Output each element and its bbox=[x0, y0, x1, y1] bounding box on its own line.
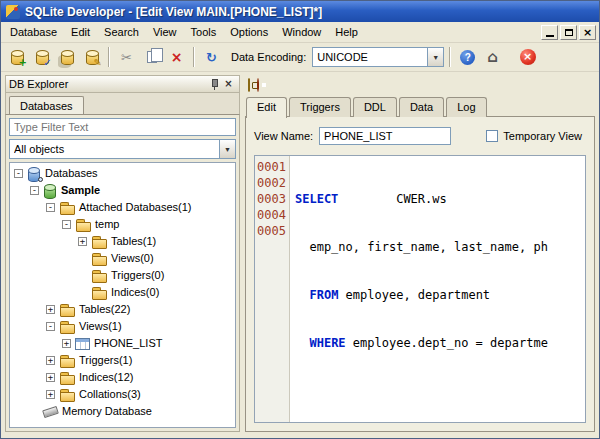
tree-item-tables[interactable]: + Tables(22) bbox=[10, 301, 235, 318]
db-explorer-title: DB Explorer bbox=[9, 78, 206, 90]
tree-item-temp-triggers[interactable]: Triggers(0) bbox=[10, 267, 235, 284]
temporary-view-label: Temporary View bbox=[503, 130, 582, 142]
help-button[interactable]: ? bbox=[456, 46, 479, 69]
tab-data[interactable]: Data bbox=[399, 97, 444, 117]
db-explorer-panel: DB Explorer × Databases All objects ▼ - … bbox=[5, 75, 240, 432]
edit-database-button[interactable]: ✎ bbox=[80, 46, 103, 69]
folder-icon bbox=[75, 218, 91, 231]
tree-item-temp-tables[interactable]: + Tables(1) bbox=[10, 233, 235, 250]
view-name-input[interactable] bbox=[319, 127, 451, 145]
title-bar: SQLite Developer - [Edit View MAIN.[PHON… bbox=[1, 1, 599, 22]
sql-text: CWER.ws bbox=[338, 192, 446, 206]
database-icon bbox=[43, 184, 57, 198]
tab-edit[interactable]: Edit bbox=[246, 97, 287, 118]
menu-edit[interactable]: Edit bbox=[64, 22, 97, 42]
tree-item-views[interactable]: - Views(1) bbox=[10, 318, 235, 335]
mdi-minimize-button[interactable] bbox=[541, 25, 558, 40]
temporary-view-checkbox[interactable] bbox=[486, 130, 498, 142]
filter-input[interactable] bbox=[9, 118, 236, 136]
explorer-close-button[interactable]: × bbox=[221, 77, 236, 91]
tree-item-triggers[interactable]: + Triggers(1) bbox=[10, 352, 235, 369]
tree-item-label: temp bbox=[95, 216, 119, 233]
menu-tools[interactable]: Tools bbox=[184, 22, 224, 42]
auto-hide-pin-button[interactable] bbox=[206, 77, 221, 91]
tab-log[interactable]: Log bbox=[446, 97, 486, 117]
attach-database-button[interactable] bbox=[55, 46, 78, 69]
expander-icon[interactable]: - bbox=[30, 186, 39, 195]
menu-options[interactable]: Options bbox=[223, 22, 275, 42]
abort-icon bbox=[257, 78, 259, 92]
sql-keyword: WHERE bbox=[309, 336, 345, 350]
expander-icon[interactable]: + bbox=[46, 356, 55, 365]
plus-badge-icon: + bbox=[19, 58, 27, 68]
tree-item-label: Tables(1) bbox=[111, 233, 156, 250]
folder-icon bbox=[59, 320, 75, 333]
sql-text bbox=[295, 336, 309, 350]
expander-icon[interactable]: + bbox=[62, 339, 71, 348]
toolbar-separator bbox=[193, 47, 195, 67]
object-scope-select[interactable]: All objects ▼ bbox=[9, 139, 236, 159]
folder-icon bbox=[59, 371, 75, 384]
sql-editor[interactable]: 0001 0002 0003 0004 0005 SELECT CWER.ws … bbox=[254, 155, 586, 423]
home-button[interactable]: ⌂ bbox=[481, 46, 504, 69]
expander-icon[interactable]: + bbox=[46, 305, 55, 314]
chevron-down-icon[interactable]: ▼ bbox=[219, 140, 235, 158]
tree-item-temp-views[interactable]: Views(0) bbox=[10, 250, 235, 267]
menu-help[interactable]: Help bbox=[328, 22, 365, 42]
menu-window[interactable]: Window bbox=[275, 22, 328, 42]
sql-code-area[interactable]: SELECT CWER.ws emp_no, first_name, last_… bbox=[290, 156, 585, 422]
delete-button[interactable]: × bbox=[165, 46, 188, 69]
tree-item-label: Collations(3) bbox=[79, 386, 141, 403]
tab-databases[interactable]: Databases bbox=[9, 96, 84, 114]
tree-item-attached-databases[interactable]: - Attached Databases(1) bbox=[10, 199, 235, 216]
tree-item-label: Triggers(1) bbox=[79, 352, 132, 369]
cut-button[interactable]: ✂ bbox=[115, 46, 138, 69]
editor-commit-button[interactable] bbox=[248, 79, 250, 91]
menu-search[interactable]: Search bbox=[97, 22, 146, 42]
tree-item-sample[interactable]: - Sample bbox=[10, 182, 235, 199]
chevron-down-icon[interactable]: ▼ bbox=[427, 48, 443, 66]
tree-item-memory-database[interactable]: Memory Database bbox=[10, 403, 235, 420]
data-encoding-select[interactable]: UNICODE ▼ bbox=[312, 47, 444, 67]
tree-item-label: Views(1) bbox=[79, 318, 122, 335]
explorer-tab-row: Databases bbox=[5, 93, 240, 114]
expander-icon[interactable]: + bbox=[78, 237, 87, 246]
stop-button[interactable]: × bbox=[516, 46, 539, 69]
menu-spacer bbox=[365, 22, 540, 42]
tab-ddl[interactable]: DDL bbox=[353, 97, 397, 117]
tree-item-temp-indices[interactable]: Indices(0) bbox=[10, 284, 235, 301]
expander-icon[interactable]: - bbox=[14, 169, 23, 178]
menu-database[interactable]: Database bbox=[3, 22, 64, 42]
tree-item-label: Indices(12) bbox=[79, 369, 133, 386]
view-name-label: View Name: bbox=[254, 130, 313, 142]
minimize-icon bbox=[546, 35, 554, 37]
sql-text: employee.dept_no = departme bbox=[346, 336, 548, 350]
new-database-button[interactable]: + bbox=[5, 46, 28, 69]
data-encoding-value: UNICODE bbox=[317, 51, 427, 63]
refresh-button[interactable]: ↻ bbox=[200, 46, 223, 69]
delete-icon: × bbox=[171, 50, 183, 64]
expander-icon[interactable]: + bbox=[46, 390, 55, 399]
mdi-close-button[interactable]: × bbox=[579, 25, 596, 40]
tree-item-temp[interactable]: - temp bbox=[10, 216, 235, 233]
tab-triggers[interactable]: Triggers bbox=[289, 97, 351, 117]
register-database-button[interactable]: ✓ bbox=[30, 46, 53, 69]
help-icon: ? bbox=[460, 50, 475, 65]
attach-database-icon bbox=[60, 50, 74, 65]
expander-icon[interactable]: - bbox=[62, 220, 71, 229]
expander-icon[interactable]: + bbox=[46, 373, 55, 382]
tree-item-collations[interactable]: + Collations(3) bbox=[10, 386, 235, 403]
tree-item-phone-list[interactable]: + PHONE_LIST bbox=[10, 335, 235, 352]
expander-icon[interactable]: - bbox=[46, 203, 55, 212]
tree-item-databases[interactable]: - Databases bbox=[10, 165, 235, 182]
editor-abort-button[interactable] bbox=[257, 79, 259, 91]
mdi-restore-button[interactable] bbox=[560, 25, 577, 40]
tree-item-label: PHONE_LIST bbox=[94, 335, 162, 352]
menu-view[interactable]: View bbox=[146, 22, 184, 42]
copy-icon bbox=[147, 51, 157, 63]
expander-icon[interactable]: - bbox=[46, 322, 55, 331]
copy-button[interactable] bbox=[140, 46, 163, 69]
line-number: 0002 bbox=[257, 175, 289, 191]
tree-item-indices[interactable]: + Indices(12) bbox=[10, 369, 235, 386]
refresh-icon: ↻ bbox=[206, 51, 217, 64]
